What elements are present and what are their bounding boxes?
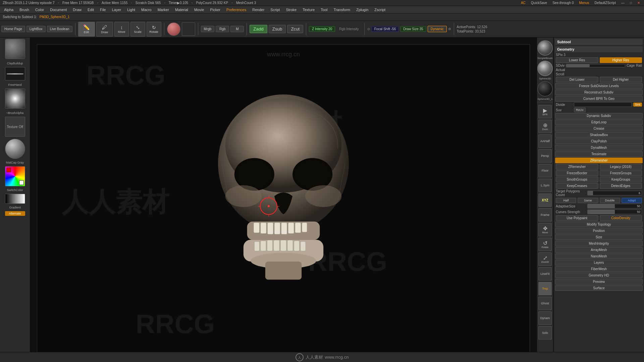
geometry-hd-btn[interactable]: Geometry HD	[555, 273, 643, 278]
adaptive-size-slider[interactable]: 50	[587, 204, 642, 208]
menu-zplugin[interactable]: Zplugin	[354, 7, 371, 12]
sdiv-slider[interactable]	[566, 64, 625, 67]
gradient-preview[interactable]	[5, 194, 25, 204]
frame-btn[interactable]: Frame	[538, 208, 552, 222]
canvas-area[interactable]: RRCG 人人素材 人人素材 RRCG RRCG www.rrcg.cn	[37, 44, 530, 355]
aahat-btn[interactable]: AAHalf	[538, 134, 552, 148]
dynam-btn[interactable]: Dynam	[538, 311, 552, 325]
menu-zscript[interactable]: Zscript	[372, 7, 388, 12]
size-btn[interactable]: Size	[555, 234, 643, 240]
sphere3d-dark-sphere[interactable]	[537, 81, 553, 97]
fibermesh-btn[interactable]: FiberMesh	[555, 266, 643, 272]
arraymesh-btn[interactable]: ArrayMesh	[555, 247, 643, 253]
shadowbox-btn[interactable]: ShadowBox	[555, 132, 643, 138]
zsub-btn[interactable]: Zsub	[269, 25, 286, 33]
crease-btn[interactable]: Crease	[555, 126, 643, 131]
menu-document[interactable]: Document	[47, 7, 69, 12]
default-zscript[interactable]: DefaultZScript	[593, 1, 617, 5]
smt-btn[interactable]: Smt	[633, 103, 642, 107]
freeze-groups-btn[interactable]: FreezeGroups	[600, 170, 642, 176]
lightbox-btn[interactable]: LightBox	[26, 26, 46, 32]
convert-bpr-btn[interactable]: Convert BPR To Geo	[555, 96, 643, 102]
quicksave[interactable]: QuickSave	[530, 1, 548, 5]
zcut-btn[interactable]: Zcut	[287, 25, 303, 33]
rgb-btn[interactable]: Rgb	[216, 26, 229, 32]
stroke-preview[interactable]	[5, 67, 25, 80]
maximize-btn[interactable]: □	[629, 1, 633, 5]
nanomesh-btn[interactable]: NanoMesh	[555, 253, 643, 259]
draw-size-slider[interactable]: Draw Size 35	[400, 26, 426, 32]
zoom-btn[interactable]: ⊕ Zoom	[538, 120, 552, 133]
scale-btn[interactable]: ⤡ Scale	[130, 22, 145, 37]
floor-btn[interactable]: Floor	[538, 164, 552, 177]
menus[interactable]: Menus	[578, 1, 591, 5]
double-btn[interactable]: Double	[600, 198, 620, 203]
divide-slider[interactable]	[574, 102, 632, 107]
menu-light[interactable]: Light	[124, 7, 138, 12]
material-sphere-icon[interactable]	[167, 22, 180, 36]
edgeloop-btn[interactable]: EdgeLoop	[555, 119, 643, 125]
zremesher-legacy-btn[interactable]: ZRemesher	[556, 164, 598, 170]
freeze-border-btn[interactable]: FreezeBorder	[556, 170, 598, 176]
reconstruct-subdiv-btn[interactable]: Reconstruct Subdiv	[555, 89, 643, 95]
same-btn[interactable]: Same	[578, 198, 598, 203]
brush-preview[interactable]	[5, 39, 25, 59]
primary-color-swatch[interactable]	[6, 168, 11, 172]
legacy-2018-btn[interactable]: Legacy (2018)	[600, 164, 642, 170]
alpha-preview[interactable]	[5, 88, 25, 109]
keep-creases-btn[interactable]: KeepCreases	[556, 183, 598, 189]
menu-render[interactable]: Render	[250, 7, 267, 12]
rotate-icon-btn[interactable]: ↺ Rotate	[538, 238, 552, 251]
m-btn[interactable]: M	[230, 26, 244, 32]
linefit-btn[interactable]: LineFit	[538, 267, 552, 281]
dynamic-btn[interactable]: Dynamic	[428, 26, 447, 32]
dynamesh-btn[interactable]: DynaMesh	[555, 145, 643, 150]
matcap-preview[interactable]	[5, 139, 25, 159]
see-through[interactable]: See-through 0	[551, 1, 575, 5]
subtool-section-header[interactable]: Subtool	[555, 39, 643, 45]
rotate-btn[interactable]: ↻ Rotate	[147, 22, 161, 37]
move-btn[interactable]: ↕ Move	[114, 22, 129, 37]
target-poly-slider[interactable]: 6	[587, 191, 642, 195]
menu-stroke[interactable]: Stroke	[283, 7, 299, 12]
secondary-color-swatch[interactable]	[19, 180, 24, 185]
zoomd-btn[interactable]: ⤢ ZoomD	[538, 252, 552, 266]
menu-texture[interactable]: Texture	[300, 7, 317, 12]
freeze-subdiv-btn[interactable]: Freeze SubDivision Levels	[555, 83, 643, 89]
simple-brush-sphere[interactable]	[537, 40, 553, 56]
lower-res-btn[interactable]: Lower Res	[556, 57, 598, 63]
del-lower-btn[interactable]: Del Lower	[556, 77, 598, 82]
menu-color[interactable]: Color	[33, 7, 47, 12]
menu-layer[interactable]: Layer	[109, 7, 124, 12]
keep-groups-btn[interactable]: KeepGroups	[600, 177, 642, 182]
menu-script[interactable]: Script	[268, 7, 282, 12]
curves-strength-slider[interactable]: 50	[587, 209, 642, 214]
minimize-btn[interactable]: —	[620, 1, 626, 5]
paint-btn[interactable]: Trsp	[538, 282, 552, 295]
tessimate-btn[interactable]: Tessimate	[555, 151, 643, 157]
layers-btn[interactable]: Layers	[555, 260, 643, 265]
modify-topology-btn[interactable]: Modify Topology	[555, 222, 643, 227]
menu-transform[interactable]: Transform	[331, 7, 353, 12]
color-picker-area[interactable]	[5, 166, 25, 186]
xyz-btn[interactable]: XYZ	[538, 193, 552, 207]
surface-btn[interactable]: Surface	[555, 285, 643, 291]
sphere3d-sphere[interactable]	[537, 61, 553, 76]
del-higher-btn[interactable]: Del Higher	[600, 77, 642, 82]
move-icon-btn[interactable]: ✥ Move	[538, 223, 552, 236]
alternate-btn[interactable]: Alternate	[5, 211, 25, 216]
zadd-btn[interactable]: Zadd	[250, 25, 267, 33]
menu-preferences[interactable]: Preferences	[224, 7, 249, 12]
draw-btn[interactable]: 🖊 Draw	[96, 22, 113, 37]
edit-btn[interactable]: ✏️ Edit	[78, 22, 95, 37]
smooth-groups-btn[interactable]: SmothGroups	[556, 177, 598, 182]
menu-file[interactable]: File	[97, 7, 109, 12]
lsym-btn[interactable]: L.Sym	[538, 179, 552, 192]
geometry-header[interactable]: Geometry	[555, 46, 643, 52]
persp-btn[interactable]: Persp	[538, 149, 552, 163]
z-intensity-slider[interactable]: Z Intensity 20	[309, 26, 335, 32]
dynamic-subdiv-btn[interactable]: Dynamic Subdiv	[555, 113, 643, 119]
close-btn[interactable]: ✕	[636, 1, 641, 5]
menu-brush[interactable]: Brush	[17, 7, 32, 12]
use-polypaint-btn[interactable]: Use Polypaint	[556, 215, 598, 221]
